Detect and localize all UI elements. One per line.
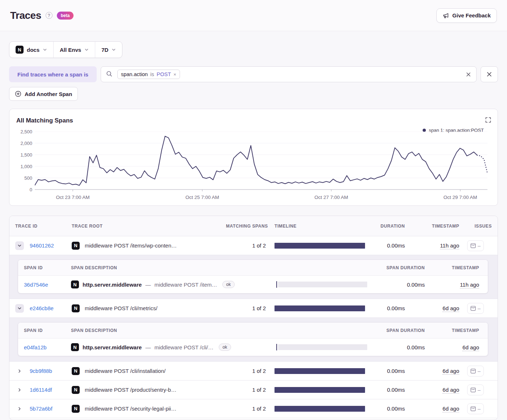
issue-box-icon xyxy=(470,306,476,311)
issues-button[interactable]: – xyxy=(467,403,484,414)
span-timestamp-value[interactable]: 11h ago xyxy=(460,282,479,288)
matching-spans-count: 1 of 2 xyxy=(226,368,266,374)
span-id-link[interactable]: e04fa12b xyxy=(24,344,47,350)
span-duration-value: 0.00ms xyxy=(370,282,425,288)
timestamp-value[interactable]: 6d ago xyxy=(443,368,459,375)
span-row[interactable]: e04fa12b N http.server.middleware — midd… xyxy=(18,338,488,356)
expand-row-chevron[interactable] xyxy=(15,404,24,413)
remove-token-icon[interactable]: × xyxy=(173,72,176,77)
plus-circle-icon xyxy=(15,91,21,97)
expand-chart-icon[interactable] xyxy=(485,117,491,123)
chevron-down-icon xyxy=(112,47,116,52)
trace-table-row[interactable]: 9cb9f88b N middleware POST /cli/installa… xyxy=(9,362,498,381)
issues-count: – xyxy=(478,243,481,249)
traces-table-body: 94601262 N middleware POST /items/wp-con… xyxy=(9,236,498,418)
nextjs-project-icon: N xyxy=(72,367,80,375)
delete-span-query-button[interactable] xyxy=(481,66,498,82)
clear-search-icon[interactable] xyxy=(466,72,471,77)
nextjs-project-icon: N xyxy=(71,280,79,288)
add-another-span-button[interactable]: Add Another Span xyxy=(9,87,78,101)
trace-table-row[interactable]: 94601262 N middleware POST /items/wp-con… xyxy=(9,236,498,255)
span-timeline-bar xyxy=(278,344,367,350)
y-axis-tick-label: 2,000 xyxy=(20,141,32,146)
timestamp-value[interactable]: 6d ago xyxy=(443,406,459,412)
spans-subtable-header: SPAN ID SPAN DESCRIPTION SPAN DURATION T… xyxy=(18,323,488,338)
y-axis-tick-label: 2,500 xyxy=(20,129,32,134)
span-search-input[interactable]: span.action is POST × xyxy=(101,66,477,82)
chart-x-axis: Oct 23 7:00 AMOct 25 7:00 AMOct 27 7:00 … xyxy=(35,195,487,202)
page-title: Traces xyxy=(10,10,41,21)
x-axis-tick-label: Oct 23 7:00 AM xyxy=(56,195,89,200)
trace-table-row[interactable]: e246cb8e N middleware POST /cli/metrics/… xyxy=(9,299,498,318)
header-timeline: TIMELINE xyxy=(275,224,369,229)
nextjs-project-icon: N xyxy=(72,304,80,312)
expanded-spans-section: SPAN ID SPAN DESCRIPTION SPAN DURATION T… xyxy=(9,318,498,362)
duration-value: 0.00ms xyxy=(369,406,405,412)
project-selector[interactable]: N docs xyxy=(9,42,53,58)
issues-button[interactable]: – xyxy=(467,366,484,377)
chart-y-axis: 05001,0001,5002,0002,500 xyxy=(11,132,32,192)
header-span-timestamp: TIMESTAMP xyxy=(425,328,479,333)
span-status-badge: ok xyxy=(219,344,231,351)
x-axis-tick-label: Oct 29 7:00 AM xyxy=(443,195,477,200)
span-timeline-bar xyxy=(278,282,367,287)
chevron-down-icon xyxy=(84,47,89,52)
trace-id-link[interactable]: e246cb8e xyxy=(30,305,54,311)
expand-row-chevron[interactable] xyxy=(15,367,24,375)
issues-button[interactable]: – xyxy=(467,303,484,314)
header-span-duration: SPAN DURATION xyxy=(370,265,425,270)
header-timestamp: TIMESTAMP xyxy=(405,224,459,229)
trace-root-label: middleware POST /cli/metrics/ xyxy=(85,305,158,311)
spans-chart-svg xyxy=(35,132,487,192)
span-timeline-tick xyxy=(276,344,277,350)
span-duration-value: 0.00ms xyxy=(370,344,425,350)
separator: — xyxy=(145,282,151,288)
trace-root-label: middleware POST /product/sentry-b… xyxy=(85,387,176,393)
timestamp-value[interactable]: 6d ago xyxy=(443,387,459,394)
timestamp-value[interactable]: 6d ago xyxy=(443,305,459,312)
expand-row-chevron[interactable] xyxy=(15,241,24,250)
environment-selector[interactable]: All Envs xyxy=(53,42,95,58)
filter-token[interactable]: span.action is POST × xyxy=(117,70,180,79)
trace-id-link[interactable]: 1d6114df xyxy=(30,387,52,393)
expand-row-chevron[interactable] xyxy=(15,304,24,313)
nextjs-project-icon: N xyxy=(72,242,80,250)
x-axis-tick-label: Oct 25 7:00 AM xyxy=(185,195,219,200)
span-operation-label: http.server.middleware xyxy=(83,282,142,288)
timestamp-value[interactable]: 11h ago xyxy=(440,242,459,249)
span-row[interactable]: 36d7546e N http.server.middleware — midd… xyxy=(18,276,488,293)
give-feedback-button[interactable]: Give Feedback xyxy=(436,8,497,23)
help-icon[interactable]: ? xyxy=(46,12,53,19)
trace-root-label: middleware POST /cli/installation/ xyxy=(85,368,165,374)
trace-id-link[interactable]: 9cb9f88b xyxy=(30,368,52,374)
duration-value: 0.00ms xyxy=(369,305,405,311)
header-span-description: SPAN DESCRIPTION xyxy=(71,265,276,270)
issues-button[interactable]: – xyxy=(467,240,484,251)
duration-value: 0.00ms xyxy=(369,387,405,393)
filter-token-key: span.action xyxy=(121,71,148,77)
trace-root-label: middleware POST /items/wp-conten… xyxy=(85,242,177,249)
issue-box-icon xyxy=(470,387,476,392)
issues-count: – xyxy=(478,368,481,374)
trace-table-row[interactable]: 1d6114df N middleware POST /product/sent… xyxy=(9,381,498,399)
header-span-timestamp: TIMESTAMP xyxy=(425,265,479,270)
expand-row-chevron[interactable] xyxy=(15,386,24,394)
span-timeline-tick xyxy=(276,281,277,288)
project-selector-label: docs xyxy=(27,47,39,53)
date-range-selector[interactable]: 7D xyxy=(95,42,122,58)
issues-button[interactable]: – xyxy=(467,384,484,395)
trace-table-row[interactable]: 5b72a6bf N middleware POST /security-leg… xyxy=(9,399,498,418)
y-axis-tick-label: 500 xyxy=(24,175,32,181)
trace-id-link[interactable]: 5b72a6bf xyxy=(30,406,53,412)
matching-spans-count: 1 of 2 xyxy=(226,305,266,311)
span-id-link[interactable]: 36d7546e xyxy=(24,282,48,288)
timeline-bar xyxy=(275,406,365,412)
span-timestamp-value[interactable]: 6d ago xyxy=(462,344,479,351)
timeline-bar xyxy=(275,243,365,249)
spans-subtable: SPAN ID SPAN DESCRIPTION SPAN DURATION T… xyxy=(18,259,488,294)
trace-id-link[interactable]: 94601262 xyxy=(30,242,54,249)
traces-table: TRACE ID TRACE ROOT MATCHING SPANS TIMEL… xyxy=(9,216,498,420)
span-description-label: middleware POST /item… xyxy=(154,282,217,288)
filter-token-value: POST xyxy=(157,71,171,77)
header-span-id: SPAN ID xyxy=(24,265,71,270)
